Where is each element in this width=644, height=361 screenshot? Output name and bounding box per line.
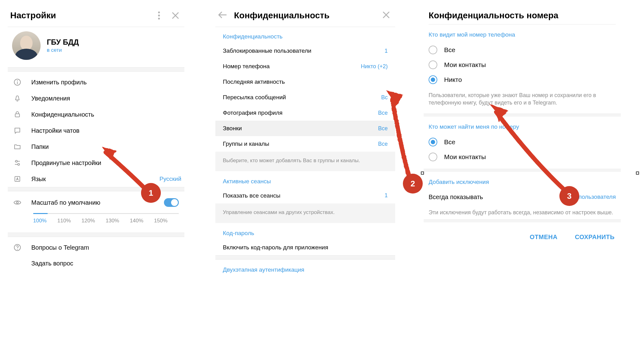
svg-point-4 [17,80,18,81]
more-icon[interactable] [158,11,160,20]
menu-label: Конфиденциальность [31,111,94,118]
radio-find-everyone[interactable]: Все [429,135,616,149]
section-sessions: Активные сеансы [215,171,395,188]
radio-label: Никто [444,76,462,83]
radio-icon [429,138,437,146]
who-finds-label: Кто может найти меня по номеру [429,117,616,135]
profile-row[interactable]: ГБУ БДД в сети [8,27,184,67]
settings-header: Настройки [8,6,184,27]
svg-point-12 [17,249,18,250]
radio-label: Мои контакты [444,61,486,69]
exceptions-note: Эти исключения будут работать всегда, не… [429,204,616,219]
zoom-level[interactable]: 100% [33,218,57,224]
row-phone[interactable]: Номер телефонаНикто (+2) [215,59,395,74]
who-sees-label: Кто видит мой номер телефона [429,25,616,42]
lock-icon [13,111,22,118]
phone-privacy-title: Конфиденциальность номера [429,6,616,24]
radio-label: Мои контакты [444,153,486,161]
menu-label: Задать вопрос [31,260,73,267]
row-lastseen[interactable]: Последняя активность [215,74,395,90]
menu-language[interactable]: Язык Русский [8,171,184,187]
row-calls[interactable]: ЗвонкиВсе [215,121,395,136]
marker-icon [421,172,424,175]
menu-folders[interactable]: Папки [8,139,184,155]
save-button[interactable]: СОХРАНИТЬ [575,234,615,241]
exceptions-label: Добавить исключения [429,172,616,190]
question-icon [13,244,22,251]
row-photo[interactable]: Фотография профиляВсе [215,105,395,121]
svg-point-10 [16,202,18,203]
avatar [12,31,41,60]
cancel-button[interactable]: ОТМЕНА [530,234,558,241]
row-blocked[interactable]: Заблокированные пользователи1 [215,43,395,59]
zoom-toggle[interactable] [164,198,179,207]
radio-everyone[interactable]: Все [429,42,616,57]
menu-notifications[interactable]: Уведомления [8,90,184,106]
radio-nobody[interactable]: Никто [429,72,616,87]
menu-chat-settings[interactable]: Настройки чатов [8,123,184,139]
radio-find-contacts[interactable]: Мои контакты [429,149,616,164]
zoom-label: Масштаб по умолчанию [31,199,155,206]
row-value: Все [378,110,388,116]
menu-ask[interactable]: Задать вопрос [8,256,184,271]
radio-contacts[interactable]: Мои контакты [429,57,616,72]
menu-edit-profile[interactable]: Изменить профиль [8,74,184,90]
zoom-level[interactable]: 130% [106,218,130,224]
menu-privacy[interactable]: Конфиденциальность [8,106,184,123]
sessions-note: Управление сеансами на других устройства… [215,203,395,223]
phone-privacy-panel: Конфиденциальность номера Кто видит мой … [426,6,618,355]
menu-label: Папки [31,143,49,150]
svg-point-7 [15,160,17,162]
row-value: 2 пользователя [574,194,616,200]
privacy-panel: Конфиденциальность Конфиденциальность За… [215,6,395,355]
close-icon[interactable] [383,11,390,20]
privacy-title: Конфиденциальность [234,11,375,20]
folder-icon [13,143,22,150]
close-icon[interactable] [172,12,179,19]
row-label: Всегда показывать [429,194,483,201]
zoom-slider[interactable]: 100% 110% 120% 130% 140% 150% [8,211,184,224]
annotation-badge-3: 3 [559,186,579,206]
row-label: Заблокированные пользователи [223,47,311,54]
eye-icon [13,199,22,206]
row-groups[interactable]: Группы и каналыВсе [215,136,395,152]
back-icon[interactable] [218,11,227,20]
row-label: Последняя активность [223,78,285,85]
zoom-level[interactable]: 150% [154,218,178,224]
row-value: Никто (+2) [361,63,388,70]
groups-note: Выберите, кто может добавлять Вас в груп… [215,152,395,171]
row-label: Фотография профиля [223,109,283,116]
zoom-level[interactable]: 110% [57,218,82,224]
row-passcode[interactable]: Включить код-пароль для приложения [215,240,395,255]
svg-rect-6 [15,114,20,117]
exception-row[interactable]: Всегда показывать2 пользователя [429,190,616,204]
menu-label: Продвинутые настройки [31,159,101,167]
settings-panel: Настройки ГБУ БДД в сети Изменить профил… [8,6,184,355]
row-value: Все [378,141,388,147]
row-forward[interactable]: Пересылка сообщенийВс [215,90,395,105]
svg-point-8 [18,163,20,165]
row-sessions[interactable]: Показать все сеансы1 [215,188,395,203]
radio-icon [429,46,437,54]
settings-title: Настройки [10,11,56,20]
row-label: Группы и каналы [223,140,269,147]
row-label: Звонки [223,125,242,132]
language-value: Русский [160,176,182,182]
row-label: Номер телефона [223,63,270,70]
row-label: Включить код-пароль для приложения [223,244,328,251]
who-sees-note: Пользователи, которые уже знают Ваш номе… [429,87,616,114]
menu-faq[interactable]: Вопросы о Telegram [8,237,184,256]
radio-icon [429,153,437,161]
row-value: 1 [385,48,388,54]
menu-label: Язык [31,176,46,183]
menu-advanced[interactable]: Продвинутые настройки [8,155,184,171]
menu-label: Вопросы о Telegram [31,244,89,251]
radio-label: Все [444,46,455,54]
profile-name: ГБУ БДД [47,38,79,47]
annotation-badge-2: 2 [403,174,423,194]
zoom-level[interactable]: 140% [130,218,154,224]
section-twofa: Двухэтапная аутентификация [215,260,395,276]
section-privacy: Конфиденциальность [215,27,395,43]
radio-label: Все [444,138,455,146]
zoom-level[interactable]: 120% [82,218,106,224]
